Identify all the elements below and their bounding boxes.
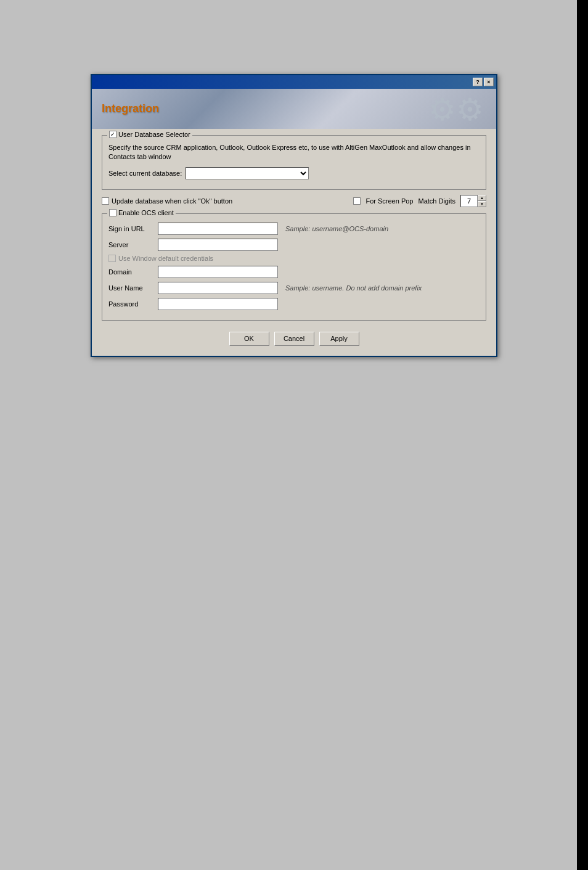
user-db-section-label: User Database Selector [107, 131, 192, 138]
update-db-checkbox[interactable] [102, 197, 109, 205]
sign-in-url-input[interactable] [158, 223, 278, 235]
select-db-row: Select current database: [108, 167, 480, 179]
cancel-button[interactable]: Cancel [274, 332, 314, 346]
user-db-checkbox[interactable] [109, 131, 116, 138]
apply-button[interactable]: Apply [319, 332, 359, 346]
right-sidebar-bar [577, 0, 588, 870]
sign-in-url-row: Sign in URL Sample: username@OCS-domain [108, 223, 480, 235]
use-windows-creds-label: Use Window default credentials [118, 255, 213, 262]
use-windows-creds-row: Use Window default credentials [108, 255, 480, 262]
ok-button[interactable]: OK [229, 332, 269, 346]
screen-pop-row: For Screen Pop Match Digits 7 ▲ ▼ [353, 195, 486, 207]
for-screen-pop-label: For Screen Pop [365, 197, 413, 205]
spinner-up-button[interactable]: ▲ [478, 195, 486, 201]
gear-decoration-icon: ⚙⚙ [428, 92, 484, 128]
sign-in-url-sample: Sample: username@OCS-domain [285, 225, 388, 232]
header-area: Integration ⚙⚙ [92, 89, 496, 129]
user-db-description: Specify the source CRM application, Outl… [108, 143, 480, 162]
update-db-label: Update database when click "Ok" button [112, 197, 232, 205]
user-name-sample: Sample: username. Do not add domain pref… [285, 284, 422, 292]
content-area: User Database Selector Specify the sourc… [92, 129, 496, 356]
match-digits-spinner: 7 ▲ ▼ [460, 195, 486, 207]
ocs-enable-checkbox[interactable] [109, 209, 116, 216]
select-db-dropdown[interactable] [186, 167, 309, 179]
ocs-section-label: Enable OCS client [107, 209, 176, 216]
user-db-label: User Database Selector [118, 131, 190, 138]
domain-row: Domain [108, 266, 480, 278]
server-input[interactable] [158, 239, 278, 251]
close-button[interactable]: × [484, 78, 494, 86]
button-row: OK Cancel Apply [102, 327, 486, 350]
ocs-section: Enable OCS client Sign in URL Sample: us… [102, 213, 486, 321]
user-name-input[interactable] [158, 282, 278, 294]
match-digits-input[interactable]: 7 [460, 195, 478, 207]
select-db-label: Select current database: [108, 170, 182, 177]
domain-label: Domain [108, 268, 158, 276]
password-row: Password [108, 298, 480, 310]
user-name-label: User Name [108, 284, 158, 292]
user-name-row: User Name Sample: username. Do not add d… [108, 282, 480, 294]
title-bar: ? × [92, 75, 496, 89]
help-button[interactable]: ? [473, 78, 483, 86]
server-row: Server [108, 239, 480, 251]
use-windows-creds-checkbox[interactable] [108, 255, 116, 262]
spinner-buttons: ▲ ▼ [478, 195, 486, 207]
match-digits-label: Match Digits [418, 197, 455, 205]
user-db-section: User Database Selector Specify the sourc… [102, 135, 486, 190]
integration-dialog: ? × Integration ⚙⚙ User Database Selecto… [91, 74, 497, 357]
sign-in-url-label: Sign in URL [108, 225, 158, 232]
password-label: Password [108, 300, 158, 308]
title-bar-buttons: ? × [473, 78, 494, 86]
domain-input[interactable] [158, 266, 278, 278]
update-db-row: Update database when click "Ok" button [102, 197, 232, 205]
options-row: Update database when click "Ok" button F… [102, 195, 486, 207]
spinner-down-button[interactable]: ▼ [478, 201, 486, 207]
ocs-enable-label: Enable OCS client [118, 209, 174, 216]
server-label: Server [108, 241, 158, 248]
dialog-title: Integration [102, 102, 159, 115]
password-input[interactable] [158, 298, 278, 310]
screen-pop-checkbox[interactable] [353, 197, 361, 205]
